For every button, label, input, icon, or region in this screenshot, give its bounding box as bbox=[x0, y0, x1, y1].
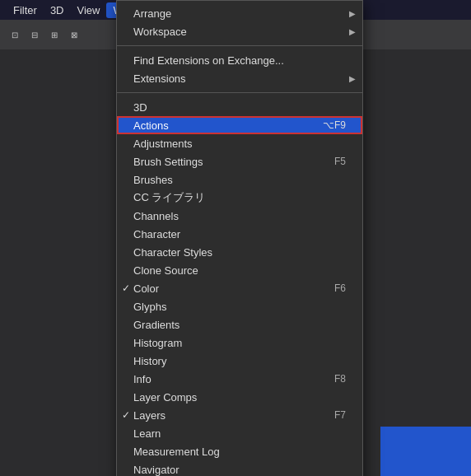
menu-item-workspace[interactable]: Workspace bbox=[117, 22, 362, 40]
menu-item-character-styles[interactable]: Character Styles bbox=[117, 243, 362, 261]
menubar-view[interactable]: View bbox=[71, 2, 107, 18]
toolbar-btn-2[interactable]: ⊟ bbox=[26, 26, 43, 43]
menu-section-2: Find Extensions on Exchange... Extension… bbox=[117, 48, 362, 91]
menu-item-navigator-label: Navigator bbox=[133, 464, 180, 476]
menu-item-actions[interactable]: Actions ⌥F9 bbox=[117, 116, 362, 134]
menu-item-measurement-log-label: Measurement Log bbox=[133, 446, 220, 458]
menu-item-workspace-label: Workspace bbox=[133, 26, 187, 38]
menubar-3d[interactable]: 3D bbox=[44, 2, 71, 18]
menu-item-gradients[interactable]: Gradients bbox=[117, 315, 362, 334]
menu-item-layer-comps[interactable]: Layer Comps bbox=[117, 388, 362, 406]
menu-item-gradients-label: Gradients bbox=[133, 319, 180, 331]
menu-item-3d[interactable]: 3D bbox=[117, 98, 362, 116]
menu-item-history-label: History bbox=[133, 355, 166, 367]
menu-section-3: 3D Actions ⌥F9 Adjustments Brush Setting… bbox=[117, 95, 362, 476]
menu-item-glyphs[interactable]: Glyphs bbox=[117, 297, 362, 315]
blue-accent-block bbox=[380, 427, 471, 476]
menu-item-info[interactable]: Info F8 bbox=[117, 370, 362, 388]
menu-item-layers-shortcut: F7 bbox=[334, 409, 346, 421]
menu-item-arrange-label: Arrange bbox=[133, 7, 171, 20]
menu-item-arrange[interactable]: Arrange bbox=[117, 4, 362, 22]
menu-item-cc-library-label: CC ライブラリ bbox=[133, 190, 205, 205]
menu-item-adjustments[interactable]: Adjustments bbox=[117, 134, 362, 152]
menu-item-clone-source-label: Clone Source bbox=[133, 264, 198, 277]
menu-item-layer-comps-label: Layer Comps bbox=[133, 391, 197, 404]
menu-item-clone-source[interactable]: Clone Source bbox=[117, 261, 362, 279]
menu-item-info-label: Info bbox=[133, 373, 152, 385]
menu-item-brush-settings-label: Brush Settings bbox=[133, 156, 203, 168]
menu-section-1: Arrange Workspace bbox=[117, 1, 362, 44]
menu-item-3d-label: 3D bbox=[133, 101, 147, 114]
menu-item-glyphs-label: Glyphs bbox=[133, 301, 166, 313]
menu-item-actions-label: Actions bbox=[133, 119, 169, 132]
toolbar-btn-3[interactable]: ⊞ bbox=[46, 26, 63, 43]
menu-item-brushes-label: Brushes bbox=[133, 174, 173, 186]
window-menu-dropdown: Arrange Workspace Find Extensions on Exc… bbox=[116, 0, 363, 476]
menu-item-channels-label: Channels bbox=[133, 210, 179, 222]
menu-item-cc-library[interactable]: CC ライブラリ bbox=[117, 189, 362, 207]
menu-item-brush-settings[interactable]: Brush Settings F5 bbox=[117, 152, 362, 170]
menu-item-brushes[interactable]: Brushes bbox=[117, 170, 362, 189]
menu-item-extensions[interactable]: Extensions bbox=[117, 69, 362, 87]
menu-item-layers[interactable]: Layers F7 bbox=[117, 406, 362, 424]
toolbar-btn-1[interactable]: ⊡ bbox=[7, 26, 23, 43]
menu-item-color-label: Color bbox=[133, 282, 159, 295]
menu-item-brush-settings-shortcut: F5 bbox=[334, 156, 346, 167]
menu-item-navigator[interactable]: Navigator bbox=[117, 460, 362, 476]
menu-item-learn[interactable]: Learn bbox=[117, 424, 362, 442]
menu-item-learn-label: Learn bbox=[133, 427, 161, 440]
menu-item-find-extensions-label: Find Extensions on Exchange... bbox=[133, 54, 284, 67]
menu-item-color-shortcut: F6 bbox=[334, 282, 346, 294]
menu-item-adjustments-label: Adjustments bbox=[133, 138, 193, 150]
separator-2 bbox=[117, 92, 362, 93]
menu-item-find-extensions[interactable]: Find Extensions on Exchange... bbox=[117, 51, 362, 69]
menu-item-extensions-label: Extensions bbox=[133, 72, 186, 85]
menu-item-actions-shortcut: ⌥F9 bbox=[323, 119, 346, 131]
menu-item-histogram[interactable]: Histogram bbox=[117, 334, 362, 352]
menu-item-color[interactable]: Color F6 bbox=[117, 279, 362, 297]
menu-item-channels[interactable]: Channels bbox=[117, 207, 362, 225]
menu-item-character[interactable]: Character bbox=[117, 225, 362, 243]
menu-item-histogram-label: Histogram bbox=[133, 337, 182, 349]
separator-1 bbox=[117, 45, 362, 46]
menubar-filter[interactable]: Filter bbox=[7, 2, 44, 18]
menu-item-info-shortcut: F8 bbox=[334, 373, 346, 385]
menu-item-character-label: Character bbox=[133, 228, 180, 240]
menu-item-measurement-log[interactable]: Measurement Log bbox=[117, 442, 362, 460]
menu-item-history[interactable]: History bbox=[117, 352, 362, 370]
menu-item-character-styles-label: Character Styles bbox=[133, 246, 212, 259]
menu-item-layers-label: Layers bbox=[133, 409, 166, 422]
toolbar-btn-4[interactable]: ⊠ bbox=[66, 26, 82, 43]
